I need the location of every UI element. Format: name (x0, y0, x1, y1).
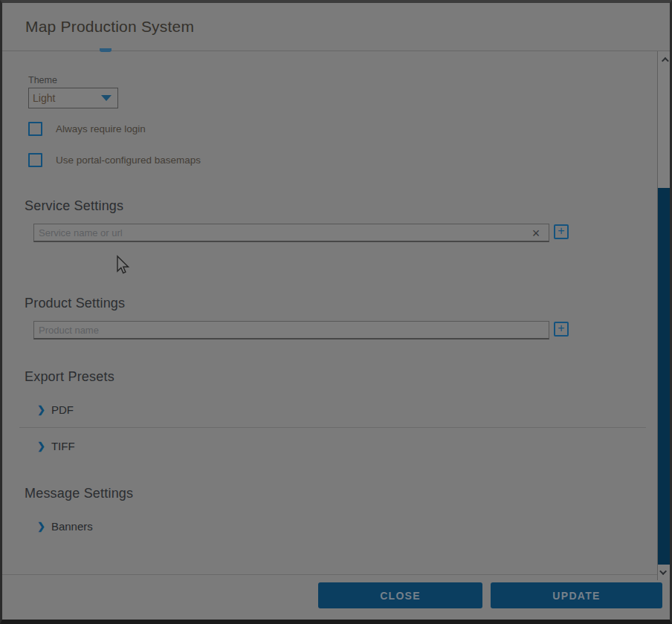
update-button[interactable]: UPDATE (491, 582, 662, 608)
dialog-title: Map Production System (25, 18, 194, 36)
scrollbar-thumb[interactable] (658, 188, 671, 565)
mouse-cursor (115, 255, 130, 276)
export-preset-tiff[interactable]: ❯ TIFF (37, 439, 75, 452)
clear-icon[interactable]: × (527, 224, 545, 241)
theme-select[interactable]: Light (28, 88, 118, 108)
checkbox-row-always-require-login[interactable]: Always require login (28, 122, 146, 136)
checkbox-label: Use portal-configured basemaps (56, 155, 201, 166)
chevron-right-icon: ❯ (37, 521, 45, 531)
checkbox-always-require-login[interactable] (28, 122, 42, 136)
close-button[interactable]: CLOSE (318, 582, 482, 608)
message-settings-heading: Message Settings (25, 486, 133, 501)
checkbox-label: Always require login (56, 123, 146, 134)
scrollbar[interactable] (657, 51, 670, 580)
footer-divider (2, 574, 670, 575)
message-setting-banners[interactable]: ❯ Banners (37, 519, 93, 533)
product-settings-heading: Product Settings (25, 296, 125, 311)
message-setting-label: Banners (51, 520, 93, 533)
add-product-button[interactable]: + (554, 322, 569, 337)
export-preset-pdf[interactable]: ❯ PDF (37, 403, 74, 416)
chevron-down-icon (659, 568, 667, 575)
add-service-button[interactable]: + (554, 224, 569, 239)
export-preset-label: PDF (51, 403, 74, 416)
export-preset-label: TIFF (51, 440, 75, 452)
preset-divider (19, 427, 646, 428)
chevron-right-icon: ❯ (37, 405, 45, 415)
scrolled-content-edge (100, 48, 112, 52)
service-name-input[interactable] (33, 224, 549, 242)
checkbox-row-portal-basemaps[interactable]: Use portal-configured basemaps (28, 153, 201, 167)
scroll-down-button[interactable] (658, 564, 670, 580)
scroll-up-button[interactable] (658, 51, 670, 68)
chevron-right-icon: ❯ (37, 441, 45, 451)
settings-dialog: Map Production System Theme Light Always… (0, 0, 672, 624)
checkbox-portal-basemaps[interactable] (28, 153, 42, 167)
theme-select-value: Light (33, 92, 55, 104)
export-presets-heading: Export Presets (25, 369, 114, 385)
product-name-input[interactable] (33, 321, 549, 339)
service-settings-heading: Service Settings (25, 198, 123, 214)
chevron-up-icon (661, 56, 668, 64)
theme-label: Theme (28, 75, 57, 85)
caret-down-icon (101, 95, 112, 101)
